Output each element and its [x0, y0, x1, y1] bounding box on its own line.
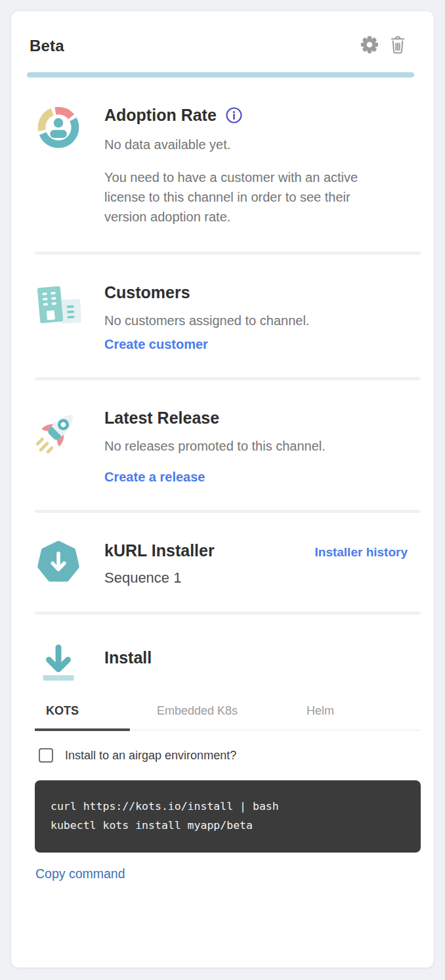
copy-command-link[interactable]: Copy command: [35, 866, 125, 881]
install-command-line-2: kubectl kots install myapp/beta: [51, 816, 405, 835]
section-install: Install: [11, 615, 434, 704]
trash-icon: [389, 35, 406, 56]
release-icon-col: [35, 408, 82, 485]
airgap-label[interactable]: Install to an airgap environment?: [65, 749, 236, 763]
adoption-empty-body: You need to have a customer with an acti…: [104, 167, 370, 227]
release-empty-text: No releases promoted to this channel.: [104, 436, 421, 456]
section-customers: Customers No customers assigned to chann…: [11, 255, 434, 377]
install-content: Install: [104, 642, 421, 688]
channel-settings-button[interactable]: [360, 35, 379, 56]
channel-title: Beta: [30, 37, 64, 55]
release-title: Latest Release: [104, 408, 421, 428]
section-kurl-installer: kURL Installer Installer history Sequenc…: [11, 513, 434, 612]
customers-empty-text: No customers assigned to channel.: [104, 311, 421, 330]
adoption-icon-col: [35, 105, 82, 227]
channel-accent-bar: [27, 72, 414, 78]
adoption-title: Adoption Rate: [104, 105, 217, 125]
create-customer-link[interactable]: Create customer: [104, 337, 208, 352]
install-icon-col: [35, 642, 82, 688]
tab-embedded-k8s[interactable]: Embedded K8s: [130, 704, 265, 730]
install-tabs: KOTS Embedded K8s Helm: [35, 704, 421, 730]
card-header: Beta: [11, 11, 434, 56]
airgap-row: Install to an airgap environment?: [39, 748, 421, 763]
create-release-link[interactable]: Create a release: [104, 470, 205, 485]
info-icon[interactable]: [225, 106, 243, 124]
adoption-title-row: Adoption Rate: [104, 105, 421, 125]
release-content: Latest Release No releases promoted to t…: [104, 408, 421, 485]
installer-icon-col: [35, 541, 82, 587]
install-title: Install: [104, 648, 421, 667]
installer-history-link[interactable]: Installer history: [315, 545, 408, 560]
customers-icon-col: [35, 282, 82, 352]
buildings-icon: [33, 282, 83, 330]
delete-channel-button[interactable]: [389, 35, 406, 56]
customers-content: Customers No customers assigned to chann…: [104, 282, 421, 352]
section-latest-release: Latest Release No releases promoted to t…: [11, 380, 434, 510]
tab-helm[interactable]: Helm: [265, 704, 376, 730]
heptagon-download-icon: [37, 541, 80, 587]
gear-icon: [360, 35, 379, 56]
installer-title-row: kURL Installer Installer history: [104, 541, 421, 560]
section-adoption-rate: Adoption Rate No data available yet. You…: [11, 78, 434, 252]
header-actions: [360, 35, 406, 56]
tab-kots[interactable]: KOTS: [35, 704, 130, 730]
installer-sequence: Sequence 1: [104, 569, 421, 587]
rocket-icon: [33, 408, 84, 459]
installer-content: kURL Installer Installer history Sequenc…: [104, 541, 421, 587]
install-command-line-1: curl https://kots.io/install | bash: [51, 797, 405, 816]
installer-title: kURL Installer: [104, 541, 215, 560]
adoption-empty-title: No data available yet.: [104, 135, 421, 154]
download-arrow-icon: [39, 642, 78, 688]
adoption-content: Adoption Rate No data available yet. You…: [104, 105, 421, 227]
adoption-donut-user-icon: [36, 105, 81, 152]
channel-card: Beta: [11, 11, 434, 968]
install-command-block: curl https://kots.io/install | bash kube…: [35, 780, 421, 853]
customers-title: Customers: [104, 282, 421, 302]
airgap-checkbox[interactable]: [39, 748, 53, 763]
